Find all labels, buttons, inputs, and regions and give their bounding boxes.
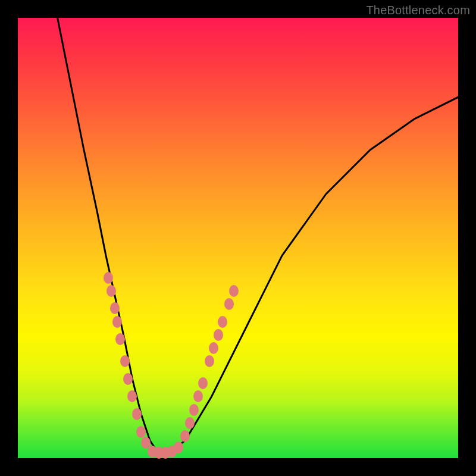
scatter-point xyxy=(107,285,116,297)
scatter-point xyxy=(214,329,223,341)
scatter-point xyxy=(136,426,146,438)
scatter-point xyxy=(218,316,227,328)
scatter-point xyxy=(193,390,203,402)
scatter-point xyxy=(189,404,199,416)
chart-frame: TheBottleneck.com xyxy=(0,0,476,476)
scatter-point xyxy=(123,373,133,385)
scatter-point xyxy=(112,316,122,328)
scatter-point xyxy=(224,298,234,310)
scatter-point xyxy=(229,285,239,297)
scatter-point xyxy=(185,417,195,429)
scatter-point xyxy=(205,355,214,367)
scatter-point xyxy=(198,377,208,389)
bottleneck-curve xyxy=(18,18,458,458)
scatter-point xyxy=(209,342,218,354)
watermark-text: TheBottleneck.com xyxy=(366,4,470,17)
scatter-point xyxy=(132,408,142,420)
scatter-point xyxy=(120,355,130,367)
scatter-point xyxy=(110,302,120,314)
scatter-point xyxy=(180,430,190,442)
scatter-point xyxy=(115,333,125,345)
plot-area xyxy=(18,18,458,458)
scatter-point xyxy=(174,441,183,453)
scatter-point xyxy=(127,390,137,402)
scatter-point xyxy=(104,272,113,284)
